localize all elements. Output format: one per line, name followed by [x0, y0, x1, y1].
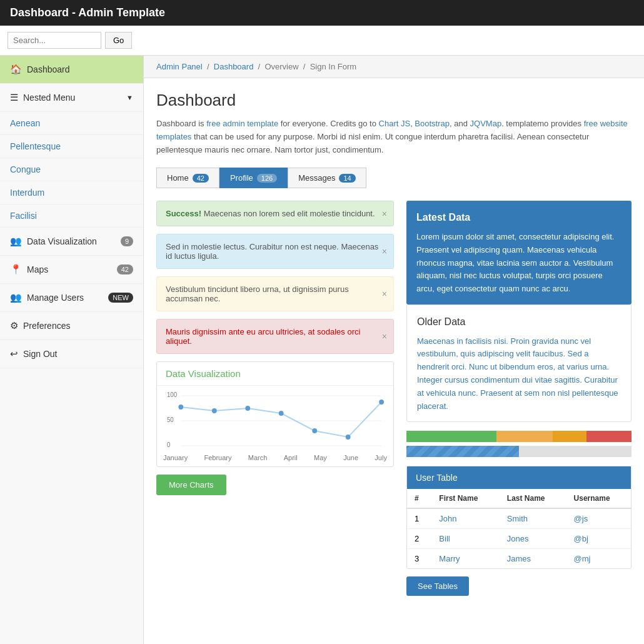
table-row: 3 Marry James @mj	[407, 549, 631, 569]
color-seg-orange	[496, 431, 553, 442]
close-info-button[interactable]: ×	[382, 246, 387, 256]
topbar: Dashboard - Admin Template	[0, 0, 644, 26]
close-success-button[interactable]: ×	[382, 209, 387, 219]
y-label-100: 100	[167, 392, 178, 398]
alert-success-text: Maecenas non lorem sed elit molestie tin…	[204, 209, 375, 218]
tab-profile-badge: 126	[257, 174, 277, 183]
y-label-50: 50	[167, 416, 174, 423]
cell-username[interactable]: @bj	[566, 529, 631, 549]
col-header-lastname: Last Name	[500, 489, 566, 508]
cell-firstname[interactable]: Bill	[431, 529, 499, 549]
signout-icon: ↩	[10, 348, 18, 360]
sidebar-item-maps[interactable]: 📍 Maps 42	[0, 256, 143, 284]
chart-dot-jun	[346, 435, 351, 440]
older-data-card: Older Data Maecenas in facilisis nisi. P…	[406, 304, 631, 422]
chart-label-may: May	[314, 454, 327, 461]
chart-dot-mar	[245, 406, 250, 411]
cell-username[interactable]: @mj	[566, 549, 631, 569]
breadcrumb-overview: Overview	[264, 62, 298, 71]
chart-dot-apr	[279, 411, 284, 416]
table-header-row: # First Name Last Name Username	[407, 489, 631, 508]
table-row: 1 John Smith @js	[407, 508, 631, 529]
col-header-firstname: First Name	[431, 489, 499, 508]
sidebar-item-facilisi[interactable]: Facilisi	[0, 204, 143, 228]
breadcrumb-dashboard[interactable]: Dashboard	[214, 62, 254, 71]
map-icon: 📍	[10, 264, 22, 275]
close-danger-button[interactable]: ×	[382, 331, 387, 341]
searchbar: Go	[0, 26, 644, 56]
cell-username[interactable]: @js	[566, 508, 631, 529]
sidebar-item-pellentesque[interactable]: Pellentesque	[0, 135, 143, 158]
see-tables-button[interactable]: See Tables	[406, 576, 469, 596]
progress-bar	[406, 446, 631, 457]
sidebar-label-aenean: Aenean	[10, 118, 40, 128]
link-chartjs[interactable]: Chart JS	[379, 119, 411, 128]
sidebar-item-nested-menu[interactable]: ☰ Nested Menu ▼	[0, 84, 143, 112]
sidebar-label-pellentesque: Pellentesque	[10, 141, 61, 151]
tab-messages[interactable]: Messages 14	[288, 168, 366, 188]
sidebar-label-maps: Maps	[27, 264, 48, 274]
alert-warning: × Vestibulum tincidunt libero urna, ut d…	[156, 276, 394, 311]
chart-dot-may	[312, 428, 317, 433]
chart-dot-jul	[379, 400, 384, 405]
tab-home[interactable]: Home 42	[156, 168, 219, 188]
sidebar-item-congue[interactable]: Congue	[0, 158, 143, 181]
close-warning-button[interactable]: ×	[382, 289, 387, 299]
progress-bar-fill	[406, 446, 519, 457]
sidebar: 🏠 Dashboard ☰ Nested Menu ▼ Aenean Pelle…	[0, 56, 144, 644]
layout: 🏠 Dashboard ☰ Nested Menu ▼ Aenean Pelle…	[0, 56, 644, 644]
tab-home-badge: 42	[193, 174, 209, 183]
cell-firstname[interactable]: John	[431, 508, 499, 529]
sidebar-item-sign-out[interactable]: ↩ Sign Out	[0, 340, 143, 368]
cell-firstname[interactable]: Marry	[431, 549, 499, 569]
topbar-title: Dashboard - Admin Template	[10, 6, 165, 19]
left-column: × Success! Maecenas non lorem sed elit m…	[156, 201, 394, 598]
link-free-admin[interactable]: free admin template	[206, 119, 278, 128]
link-jqvmap[interactable]: JQVMap	[470, 119, 502, 128]
chart-label-feb: February	[204, 454, 231, 461]
color-bar	[406, 431, 631, 442]
cell-lastname[interactable]: Smith	[500, 508, 566, 529]
search-input[interactable]	[8, 32, 101, 49]
latest-data-title: Latest Data	[416, 209, 621, 226]
sidebar-label-facilisi: Facilisi	[10, 211, 37, 221]
search-go-button[interactable]: Go	[105, 32, 132, 49]
chevron-down-icon: ▼	[126, 94, 133, 101]
two-col-layout: × Success! Maecenas non lorem sed elit m…	[156, 201, 631, 598]
gear-icon: ⚙	[10, 320, 18, 331]
right-column: Latest Data Lorem ipsum dolor sit amet, …	[406, 201, 631, 598]
main-content: Admin Panel / Dashboard / Overview / Sig…	[144, 56, 644, 644]
alert-danger: × Mauris dignissim ante eu arcu ultricie…	[156, 319, 394, 354]
sidebar-item-aenean[interactable]: Aenean	[0, 112, 143, 135]
tab-profile[interactable]: Profile 126	[219, 168, 288, 188]
sidebar-item-dashboard[interactable]: 🏠 Dashboard	[0, 56, 143, 84]
older-data-text: Maecenas in facilisis nisi. Proin gravid…	[417, 335, 621, 413]
user-table: # First Name Last Name Username 1 John S…	[407, 489, 631, 568]
sidebar-item-manage-users[interactable]: 👥 Manage Users NEW	[0, 284, 143, 312]
breadcrumb-sign-in-form: Sign In Form	[310, 62, 356, 71]
sidebar-label-sign-out: Sign Out	[23, 349, 57, 359]
line-chart: 100 50 0	[166, 392, 385, 448]
alert-info: × Sed in molestie lectus. Curabitur non …	[156, 234, 394, 269]
older-data-title: Older Data	[417, 314, 621, 330]
cell-lastname[interactable]: Jones	[500, 529, 566, 549]
chart-dot-feb	[212, 408, 217, 413]
cell-lastname[interactable]: James	[500, 549, 566, 569]
color-seg-darkorange	[553, 431, 586, 442]
cell-num: 3	[407, 549, 431, 569]
sidebar-label-interdum: Interdum	[10, 188, 44, 198]
chart-icon: 👥	[10, 236, 22, 247]
alert-success-title: Success!	[166, 209, 201, 218]
chart-label-apr: April	[284, 454, 298, 461]
sidebar-item-interdum[interactable]: Interdum	[0, 181, 143, 204]
chart-labels: January February March April May June Ju…	[157, 454, 393, 466]
breadcrumb-admin-panel[interactable]: Admin Panel	[156, 62, 203, 71]
sidebar-item-data-visualization[interactable]: 👥 Data Visualization 9	[0, 228, 143, 256]
link-bootstrap[interactable]: Bootstrap	[415, 119, 450, 128]
more-charts-button[interactable]: More Charts	[156, 475, 226, 495]
alert-warning-text: Vestibulum tincidunt libero urna, ut dig…	[166, 284, 349, 303]
user-table-body: 1 John Smith @js 2 Bill Jones @bj 3 Marr…	[407, 508, 631, 568]
chart-area: 100 50 0	[157, 386, 393, 454]
sidebar-label-dashboard: Dashboard	[27, 64, 70, 74]
sidebar-item-preferences[interactable]: ⚙ Preferences	[0, 312, 143, 340]
